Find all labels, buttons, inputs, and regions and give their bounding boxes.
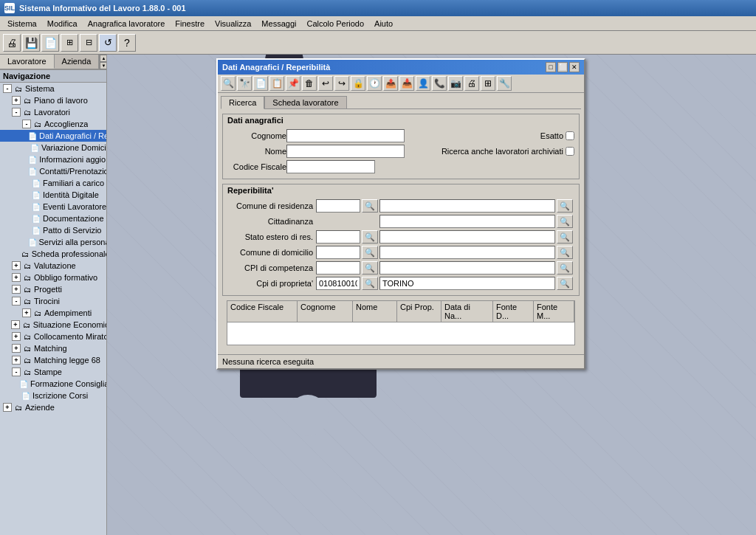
menu-finestre[interactable]: Finestre (171, 18, 209, 29)
expander-aziende[interactable]: + (3, 403, 12, 412)
dtb-grid[interactable]: ⊞ (481, 76, 495, 91)
dialog-restore-btn[interactable]: □ (546, 62, 556, 72)
expander-legge68[interactable]: + (12, 356, 21, 365)
cittadinanza-name[interactable] (379, 215, 555, 228)
cf-input[interactable] (286, 160, 375, 173)
comune-domicilio-search-btn[interactable]: 🔍 (362, 246, 378, 259)
nav-contatti[interactable]: 📄 Contatti/Prenotazio... (0, 165, 106, 177)
ricerca-archiviati-checkbox[interactable] (566, 147, 574, 156)
menu-calcolo[interactable]: Calcolo Periodo (302, 18, 368, 29)
nav-header[interactable]: Navigazione (0, 70, 106, 83)
nav-matching-legge68[interactable]: + 🗂 Matching legge 68 (0, 354, 106, 366)
nav-formazione[interactable]: 📄 Formazione Consiglia... (0, 378, 106, 390)
scroll-up-btn[interactable]: ▲ (100, 55, 107, 62)
stato-estero-search2-btn[interactable]: 🔍 (557, 230, 573, 244)
nav-collocamento[interactable]: + 🗂 Collocamento Mirato (0, 331, 106, 342)
nav-familiari[interactable]: 📄 Familiari a carico (0, 177, 106, 189)
expander-progetti[interactable]: + (12, 285, 21, 294)
nav-piano[interactable]: + 🗂 Piano di lavoro (0, 94, 106, 106)
cpi-proprieta-search2-btn[interactable]: 🔍 (557, 277, 573, 290)
nav-iscrizione[interactable]: 📄 Iscrizione Corsi (0, 390, 106, 401)
dtb-binoculars[interactable]: 🔭 (237, 76, 252, 91)
nav-tirocini[interactable]: - 🗂 Tirocini (0, 295, 106, 307)
comune-residenza-search2-btn[interactable]: 🔍 (557, 199, 573, 213)
expander-tirocini[interactable]: - (12, 297, 21, 306)
nav-valutazione[interactable]: + 🗂 Valutazione (0, 260, 106, 272)
dtb-undo[interactable]: ↩ (318, 76, 333, 91)
nome-input[interactable] (286, 145, 405, 158)
nav-informazioni[interactable]: 📄 Informazioni aggior... (0, 153, 106, 165)
esatto-checkbox[interactable] (566, 131, 574, 140)
comune-domicilio-code[interactable] (316, 246, 360, 259)
nav-aziende[interactable]: + 🗂 Aziende (0, 401, 106, 413)
nav-lavoratori[interactable]: - 🗂 Lavoratori (0, 106, 106, 118)
expander-piano[interactable]: + (12, 96, 21, 105)
menu-anagrafica[interactable]: Anagrafica lavoratore (83, 18, 170, 29)
comune-domicilio-name[interactable] (379, 246, 555, 259)
toolbar-btn-6[interactable]: ? (118, 34, 136, 52)
comune-domicilio-search2-btn[interactable]: 🔍 (557, 246, 573, 259)
toolbar-btn-5[interactable]: ⊟ (80, 34, 97, 52)
menu-modifica[interactable]: Modifica (43, 18, 82, 29)
cpi-competenza-name[interactable] (379, 261, 555, 275)
nav-stampe[interactable]: - 🗂 Stampe (0, 366, 106, 378)
cpi-competenza-code[interactable] (316, 261, 360, 275)
cpi-competenza-search-btn[interactable]: 🔍 (362, 261, 378, 275)
tab-azienda[interactable]: Azienda (55, 55, 100, 69)
dtb-delete[interactable]: 🗑 (302, 76, 317, 91)
toolbar-btn-3[interactable]: 📄 (41, 34, 59, 52)
cpi-proprieta-name[interactable] (379, 277, 555, 290)
expander-situazione[interactable]: + (11, 320, 20, 329)
nav-obbligo[interactable]: + 🗂 Obbligo formativo (0, 272, 106, 283)
stato-estero-name[interactable] (379, 230, 555, 244)
nav-scheda[interactable]: 🗂 Scheda professionale (0, 248, 106, 260)
cpi-proprieta-code[interactable]: 0108100100 (316, 277, 360, 290)
dtb-paste[interactable]: 📌 (286, 76, 300, 91)
nav-adempimenti[interactable]: + 🗂 Adempimenti (0, 307, 106, 319)
scroll-down-btn[interactable]: ▼ (100, 62, 107, 69)
tab-scheda[interactable]: Scheda lavoratore (264, 96, 346, 108)
comune-residenza-code[interactable] (316, 199, 360, 213)
nav-documentazione[interactable]: 📄 Documentazione (0, 213, 106, 224)
dtb-print[interactable]: 🖨 (464, 76, 479, 91)
nav-situazione[interactable]: + 🗂 Situazione Economica (0, 319, 106, 331)
toolbar-btn-refresh[interactable]: ↺ (99, 34, 117, 52)
tab-ricerca[interactable]: Ricerca (221, 96, 264, 109)
dtb-export[interactable]: 📤 (383, 76, 398, 91)
cittadinanza-search-btn[interactable]: 🔍 (557, 215, 573, 228)
expander-sistema[interactable]: - (3, 84, 12, 93)
dtb-import[interactable]: 📥 (399, 76, 414, 91)
dialog-maximize-btn[interactable]: ⬜ (557, 62, 568, 72)
cognome-input[interactable] (286, 129, 405, 142)
nav-sistema[interactable]: - 🗂 Sistema (0, 83, 106, 94)
dtb-new[interactable]: 📄 (253, 76, 268, 91)
nav-dati-anagrafici[interactable]: 📄 Dati Anagrafici / Re... (0, 130, 106, 142)
dtb-redo[interactable]: ↪ (334, 76, 349, 91)
nav-servizi[interactable]: 📄 Servizi alla persona... (0, 236, 106, 248)
dtb-lock[interactable]: 🔒 (351, 76, 365, 91)
menu-visualizza[interactable]: Visualizza (210, 18, 255, 29)
expander-accoglienza[interactable]: - (22, 120, 31, 128)
menu-aiuto[interactable]: Aiuto (370, 18, 397, 29)
toolbar-btn-2[interactable]: 💾 (22, 34, 40, 52)
tab-lavoratore[interactable]: Lavoratore (0, 55, 55, 69)
expander-lavoratori[interactable]: - (12, 108, 21, 117)
menu-messaggi[interactable]: Messaggi (257, 18, 300, 29)
dtb-person[interactable]: 👤 (416, 76, 430, 91)
dtb-copy[interactable]: 📋 (269, 76, 284, 91)
toolbar-btn-1[interactable]: 🖨 (3, 34, 21, 52)
expander-matching[interactable]: + (12, 344, 21, 353)
dtb-camera[interactable]: 📷 (448, 76, 463, 91)
expander-adempimenti[interactable]: + (22, 308, 31, 317)
expander-obbligo[interactable]: + (12, 273, 21, 282)
comune-residenza-name[interactable] (379, 199, 555, 213)
expander-stampe[interactable]: - (12, 367, 21, 376)
nav-progetti[interactable]: + 🗂 Progetti (0, 283, 106, 295)
cpi-proprieta-search-btn[interactable]: 🔍 (362, 277, 378, 290)
nav-identita[interactable]: 📄 Identità Digitale (0, 189, 106, 201)
toolbar-btn-4[interactable]: ⊞ (61, 34, 78, 52)
dialog-close-btn[interactable]: ✕ (569, 62, 580, 72)
dtb-clock[interactable]: 🕐 (367, 76, 382, 91)
nav-patto[interactable]: 📄 Patto di Servizio (0, 224, 106, 236)
stato-estero-code[interactable] (316, 230, 360, 244)
